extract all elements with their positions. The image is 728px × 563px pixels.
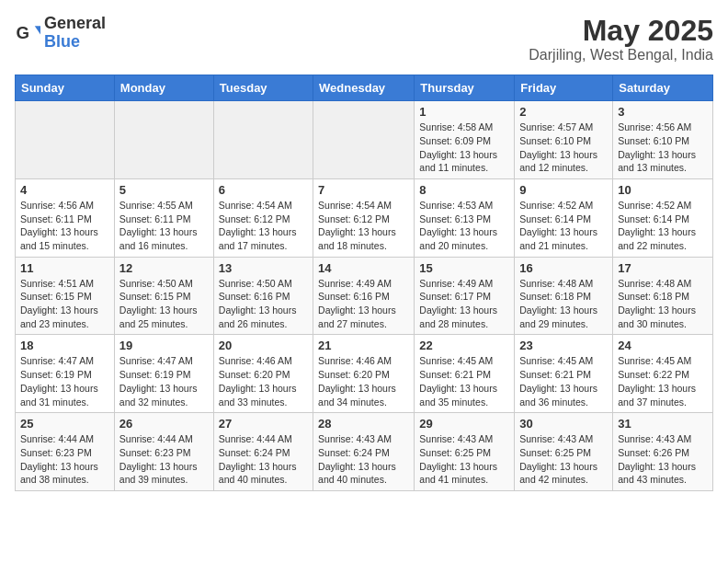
day-number: 13 xyxy=(219,261,308,275)
calendar-cell xyxy=(114,101,213,179)
calendar-cell: 29Sunrise: 4:43 AM Sunset: 6:25 PM Dayli… xyxy=(415,413,515,491)
calendar-cell: 9Sunrise: 4:52 AM Sunset: 6:14 PM Daylig… xyxy=(515,178,613,257)
day-info: Sunrise: 4:54 AM Sunset: 6:12 PM Dayligh… xyxy=(219,199,308,253)
day-number: 14 xyxy=(318,261,409,275)
day-number: 31 xyxy=(618,417,708,431)
calendar-cell: 22Sunrise: 4:45 AM Sunset: 6:21 PM Dayli… xyxy=(415,335,515,413)
day-number: 12 xyxy=(119,261,209,275)
calendar-cell: 27Sunrise: 4:44 AM Sunset: 6:24 PM Dayli… xyxy=(213,413,313,491)
day-info: Sunrise: 4:47 AM Sunset: 6:19 PM Dayligh… xyxy=(20,354,109,408)
calendar-cell: 26Sunrise: 4:44 AM Sunset: 6:23 PM Dayli… xyxy=(114,413,213,491)
svg-text:G: G xyxy=(17,23,30,42)
week-row-1: 1Sunrise: 4:58 AM Sunset: 6:09 PM Daylig… xyxy=(16,101,713,179)
days-header-row: SundayMondayTuesdayWednesdayThursdayFrid… xyxy=(16,75,713,101)
header: G General Blue May 2025 Darjiling, West … xyxy=(15,15,713,63)
calendar-cell: 19Sunrise: 4:47 AM Sunset: 6:19 PM Dayli… xyxy=(114,335,213,413)
calendar-cell: 6Sunrise: 4:54 AM Sunset: 6:12 PM Daylig… xyxy=(213,178,313,257)
day-info: Sunrise: 4:43 AM Sunset: 6:26 PM Dayligh… xyxy=(618,432,708,487)
calendar-cell: 2Sunrise: 4:57 AM Sunset: 6:10 PM Daylig… xyxy=(515,101,613,179)
week-row-2: 4Sunrise: 4:56 AM Sunset: 6:11 PM Daylig… xyxy=(16,178,713,257)
calendar-cell xyxy=(16,101,115,179)
day-number: 10 xyxy=(618,183,708,197)
day-info: Sunrise: 4:48 AM Sunset: 6:18 PM Dayligh… xyxy=(618,277,708,331)
month-year: May 2025 xyxy=(529,15,713,47)
day-number: 4 xyxy=(20,183,109,197)
day-number: 25 xyxy=(20,417,109,431)
day-number: 29 xyxy=(419,417,509,431)
day-number: 27 xyxy=(219,417,308,431)
calendar-cell: 17Sunrise: 4:48 AM Sunset: 6:18 PM Dayli… xyxy=(613,257,713,335)
day-number: 21 xyxy=(318,339,409,352)
day-info: Sunrise: 4:51 AM Sunset: 6:15 PM Dayligh… xyxy=(20,277,109,331)
calendar-cell: 10Sunrise: 4:52 AM Sunset: 6:14 PM Dayli… xyxy=(613,178,713,257)
day-info: Sunrise: 4:45 AM Sunset: 6:21 PM Dayligh… xyxy=(519,354,608,408)
day-info: Sunrise: 4:52 AM Sunset: 6:14 PM Dayligh… xyxy=(519,199,608,253)
day-number: 17 xyxy=(618,261,708,275)
day-info: Sunrise: 4:43 AM Sunset: 6:24 PM Dayligh… xyxy=(318,432,409,487)
day-header-saturday: Saturday xyxy=(613,75,713,101)
day-info: Sunrise: 4:43 AM Sunset: 6:25 PM Dayligh… xyxy=(519,432,608,487)
day-header-friday: Friday xyxy=(515,75,613,101)
day-header-sunday: Sunday xyxy=(16,75,115,101)
day-number: 23 xyxy=(519,339,608,352)
day-info: Sunrise: 4:47 AM Sunset: 6:19 PM Dayligh… xyxy=(119,354,209,408)
calendar-cell: 18Sunrise: 4:47 AM Sunset: 6:19 PM Dayli… xyxy=(16,335,115,413)
week-row-4: 18Sunrise: 4:47 AM Sunset: 6:19 PM Dayli… xyxy=(16,335,713,413)
day-number: 3 xyxy=(618,105,708,119)
day-info: Sunrise: 4:46 AM Sunset: 6:20 PM Dayligh… xyxy=(318,354,409,408)
calendar-cell: 11Sunrise: 4:51 AM Sunset: 6:15 PM Dayli… xyxy=(16,257,115,335)
calendar-cell: 15Sunrise: 4:49 AM Sunset: 6:17 PM Dayli… xyxy=(415,257,515,335)
day-number: 2 xyxy=(519,105,608,119)
day-info: Sunrise: 4:44 AM Sunset: 6:24 PM Dayligh… xyxy=(219,432,308,487)
day-number: 28 xyxy=(318,417,409,431)
calendar-cell: 20Sunrise: 4:46 AM Sunset: 6:20 PM Dayli… xyxy=(213,335,313,413)
day-header-wednesday: Wednesday xyxy=(313,75,415,101)
calendar-cell: 13Sunrise: 4:50 AM Sunset: 6:16 PM Dayli… xyxy=(213,257,313,335)
calendar-cell: 23Sunrise: 4:45 AM Sunset: 6:21 PM Dayli… xyxy=(515,335,613,413)
calendar-cell: 28Sunrise: 4:43 AM Sunset: 6:24 PM Dayli… xyxy=(313,413,415,491)
logo-general: General xyxy=(44,15,106,33)
calendar-cell: 3Sunrise: 4:56 AM Sunset: 6:10 PM Daylig… xyxy=(613,101,713,179)
day-info: Sunrise: 4:46 AM Sunset: 6:20 PM Dayligh… xyxy=(219,354,308,408)
calendar-cell: 14Sunrise: 4:49 AM Sunset: 6:16 PM Dayli… xyxy=(313,257,415,335)
calendar-table: SundayMondayTuesdayWednesdayThursdayFrid… xyxy=(15,75,713,491)
calendar-cell: 4Sunrise: 4:56 AM Sunset: 6:11 PM Daylig… xyxy=(16,178,115,257)
day-info: Sunrise: 4:52 AM Sunset: 6:14 PM Dayligh… xyxy=(618,199,708,253)
calendar-cell: 12Sunrise: 4:50 AM Sunset: 6:15 PM Dayli… xyxy=(114,257,213,335)
day-info: Sunrise: 4:49 AM Sunset: 6:16 PM Dayligh… xyxy=(318,277,409,331)
day-number: 11 xyxy=(20,261,109,275)
calendar-cell: 24Sunrise: 4:45 AM Sunset: 6:22 PM Dayli… xyxy=(613,335,713,413)
week-row-5: 25Sunrise: 4:44 AM Sunset: 6:23 PM Dayli… xyxy=(16,413,713,491)
day-info: Sunrise: 4:55 AM Sunset: 6:11 PM Dayligh… xyxy=(119,199,209,253)
day-info: Sunrise: 4:50 AM Sunset: 6:16 PM Dayligh… xyxy=(219,277,308,331)
day-number: 20 xyxy=(219,339,308,352)
calendar-cell: 16Sunrise: 4:48 AM Sunset: 6:18 PM Dayli… xyxy=(515,257,613,335)
day-number: 30 xyxy=(519,417,608,431)
day-info: Sunrise: 4:43 AM Sunset: 6:25 PM Dayligh… xyxy=(419,432,509,487)
logo-blue: Blue xyxy=(44,33,106,52)
day-number: 18 xyxy=(20,339,109,352)
week-row-3: 11Sunrise: 4:51 AM Sunset: 6:15 PM Dayli… xyxy=(16,257,713,335)
day-info: Sunrise: 4:58 AM Sunset: 6:09 PM Dayligh… xyxy=(419,121,509,175)
day-number: 9 xyxy=(519,183,608,197)
day-info: Sunrise: 4:53 AM Sunset: 6:13 PM Dayligh… xyxy=(419,199,509,253)
location: Darjiling, West Bengal, India xyxy=(529,47,713,63)
day-info: Sunrise: 4:57 AM Sunset: 6:10 PM Dayligh… xyxy=(519,121,608,175)
day-info: Sunrise: 4:56 AM Sunset: 6:11 PM Dayligh… xyxy=(20,199,109,253)
day-number: 5 xyxy=(119,183,209,197)
calendar-cell: 30Sunrise: 4:43 AM Sunset: 6:25 PM Dayli… xyxy=(515,413,613,491)
day-number: 16 xyxy=(519,261,608,275)
calendar-cell xyxy=(213,101,313,179)
calendar-cell: 7Sunrise: 4:54 AM Sunset: 6:12 PM Daylig… xyxy=(313,178,415,257)
day-header-thursday: Thursday xyxy=(415,75,515,101)
calendar-cell xyxy=(313,101,415,179)
calendar-cell: 31Sunrise: 4:43 AM Sunset: 6:26 PM Dayli… xyxy=(613,413,713,491)
calendar-cell: 25Sunrise: 4:44 AM Sunset: 6:23 PM Dayli… xyxy=(16,413,115,491)
svg-marker-1 xyxy=(35,26,40,34)
calendar-cell: 21Sunrise: 4:46 AM Sunset: 6:20 PM Dayli… xyxy=(313,335,415,413)
title-area: May 2025 Darjiling, West Bengal, India xyxy=(529,15,713,63)
day-info: Sunrise: 4:45 AM Sunset: 6:21 PM Dayligh… xyxy=(419,354,509,408)
day-info: Sunrise: 4:49 AM Sunset: 6:17 PM Dayligh… xyxy=(419,277,509,331)
day-number: 1 xyxy=(419,105,509,119)
day-number: 15 xyxy=(419,261,509,275)
